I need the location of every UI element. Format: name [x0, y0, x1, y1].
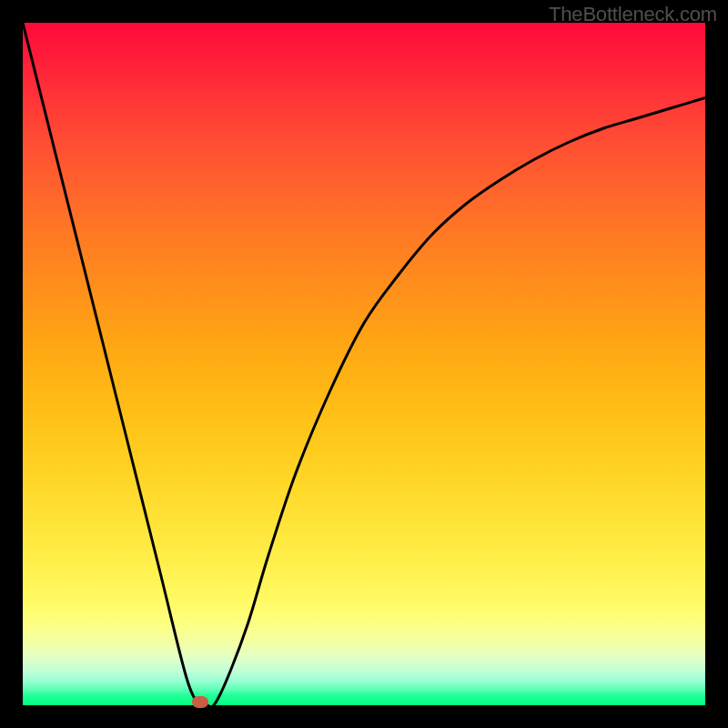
optimum-marker — [192, 696, 208, 708]
bottleneck-curve — [23, 23, 705, 705]
chart-container: TheBottleneck.com — [0, 0, 728, 728]
curve-path — [23, 23, 705, 705]
attribution-text: TheBottleneck.com — [549, 3, 717, 26]
